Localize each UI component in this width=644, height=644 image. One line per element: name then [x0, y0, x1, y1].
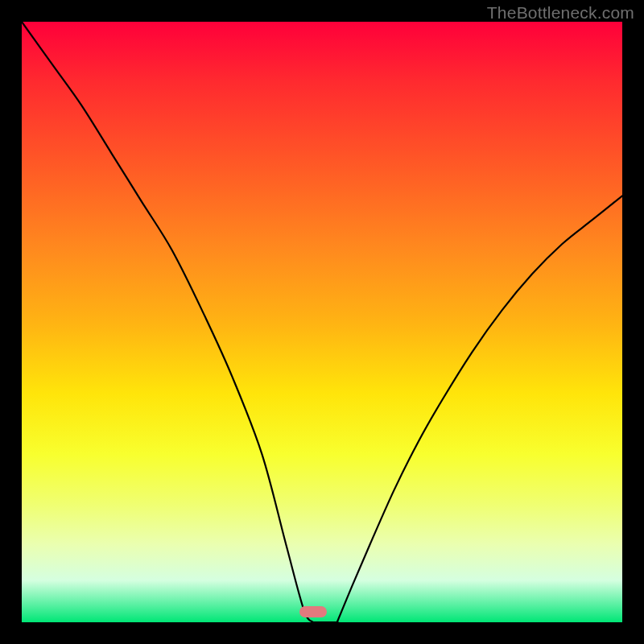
- plot-area: [22, 22, 622, 622]
- bottleneck-curve: [22, 22, 622, 622]
- optimal-marker: [299, 606, 327, 617]
- watermark-text: TheBottleneck.com: [487, 3, 634, 23]
- curve-path: [22, 22, 622, 622]
- chart-frame: TheBottleneck.com: [0, 0, 644, 644]
